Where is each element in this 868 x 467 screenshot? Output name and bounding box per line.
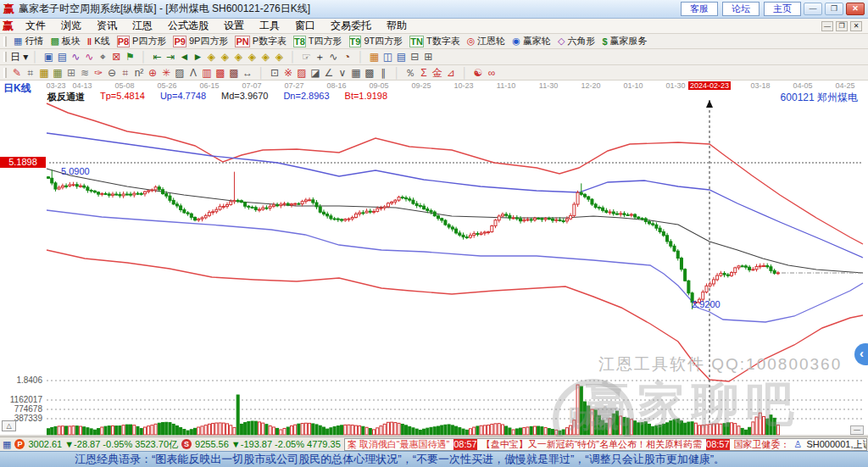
wave-tool-icon[interactable]: ≋	[78, 65, 92, 81]
winner-wheel-button[interactable]: ◉ 赢家轮	[512, 35, 551, 47]
menu-trade-order[interactable]: 交易委托	[323, 19, 379, 33]
menu-settings[interactable]: 设置	[216, 19, 252, 33]
check-line-icon[interactable]: ∨	[336, 65, 349, 81]
triangle-icon[interactable]: ⊿	[444, 65, 458, 81]
marker-pen-icon[interactable]: ✑	[92, 65, 105, 81]
ellipse-tool-icon[interactable]: ⊖	[105, 65, 119, 81]
grid-dark-icon[interactable]: ▩	[227, 65, 241, 81]
shanghai-index-icon[interactable]: P	[14, 439, 25, 449]
news-time-badge[interactable]: 08:57	[453, 439, 477, 450]
news-item[interactable]: 案 取消俄白“最惠国待遇”	[348, 439, 449, 450]
pen-tool-icon[interactable]: ✎	[10, 65, 24, 81]
infinity-icon[interactable]: ∞	[485, 65, 498, 81]
clear-marks-icon[interactable]: ⊠	[109, 49, 123, 64]
window-layout-icon[interactable]: ▣	[42, 49, 55, 64]
shade-tool-icon[interactable]: ▨	[173, 65, 186, 81]
period-selector[interactable]: 日 ▾	[10, 49, 28, 64]
hand-tool-icon[interactable]: ☞	[299, 49, 313, 64]
square-number-icon[interactable]: n²	[132, 65, 146, 81]
gann-square2-icon[interactable]: ▦	[51, 65, 64, 81]
last-bar-icon[interactable]: ⇥	[164, 49, 177, 64]
homepage-button[interactable]: 主页	[764, 2, 801, 16]
news-item[interactable]: 【盘中宝】又一新冠药“特仿”名单公布！相关原料药需	[481, 439, 702, 450]
forum-button[interactable]: 论坛	[722, 2, 760, 16]
t-square-button[interactable]: T8 T四方形	[293, 35, 342, 47]
yinyang-icon[interactable]: ☯	[471, 65, 485, 81]
mdi-close-button[interactable]: ✕	[850, 21, 862, 31]
index-name-label[interactable]: SH000001,上证指数	[806, 439, 867, 450]
wave-curve-icon[interactable]: ∿	[82, 49, 96, 64]
maximize-button[interactable]: ❐	[825, 3, 843, 15]
prev-bar-icon[interactable]: ◄	[177, 49, 191, 64]
mdi-restore-button[interactable]: ❐	[836, 21, 848, 31]
kline-button[interactable]: ‖ K线	[87, 35, 110, 47]
angle-icon[interactable]: ∠	[322, 65, 336, 81]
box-tool-icon[interactable]: ⊡	[268, 65, 281, 81]
sum-icon[interactable]: Σ	[417, 65, 431, 81]
locate-icon[interactable]: ⌖	[96, 49, 109, 64]
trend-curve-icon[interactable]: ∿	[69, 49, 82, 64]
notebook-icon[interactable]: ▤	[394, 49, 408, 64]
square-grid-icon[interactable]: ⊞	[64, 65, 78, 81]
volume-pane-minimize-button[interactable]: —	[850, 425, 864, 435]
gold-icon[interactable]: 金	[431, 65, 444, 81]
nine-p-square-button[interactable]: P9 9P四方形	[173, 35, 228, 47]
menu-news[interactable]: 资讯	[89, 19, 125, 33]
shenzhen-index-quote[interactable]: 9255.56 ▼-193.87 -2.05% 4779.35	[195, 439, 341, 449]
next-bar-icon[interactable]: ►	[191, 49, 204, 64]
p-number-table-button[interactable]: PN P数字表	[235, 35, 287, 47]
person-icon[interactable]: ♙	[794, 439, 803, 450]
t-number-table-button[interactable]: TN T数字表	[409, 35, 459, 47]
keyboard-icon[interactable]: ▦	[3, 439, 11, 450]
angle-tool-icon[interactable]: Ʌ	[186, 65, 200, 81]
gann-diamond-icon-1[interactable]: ◈	[204, 49, 218, 64]
fan-lines-icon[interactable]: ✳	[159, 65, 173, 81]
shanghai-index-quote[interactable]: 3002.61 ▼-28.87 -0.95% 3523.70亿	[28, 438, 178, 451]
minimize-button[interactable]: —	[804, 3, 822, 15]
target-circle-icon[interactable]: ⊕	[146, 65, 159, 81]
sectors-button[interactable]: ▩ 板块	[50, 35, 80, 47]
calendar-icon[interactable]: ▦	[367, 49, 381, 64]
shenzhen-index-icon[interactable]: S	[181, 439, 192, 449]
gann-diamond-icon-5[interactable]: ◈	[259, 49, 272, 64]
menu-gann[interactable]: 江恩	[125, 19, 160, 33]
printer-icon[interactable]: ⊟	[408, 49, 421, 64]
percent-icon[interactable]: ％	[403, 65, 417, 81]
cycle-tool-icon[interactable]: ◔	[340, 49, 353, 64]
freeline-tool-icon[interactable]: ∿	[326, 49, 340, 64]
width-tool-icon[interactable]: ↔	[241, 65, 254, 81]
menu-tools[interactable]: 工具	[252, 19, 287, 33]
grid-tool-icon[interactable]: ⌗	[24, 65, 37, 81]
hatch-icon[interactable]: ▨	[295, 65, 309, 81]
gann-wheel-button[interactable]: ◎ 江恩轮	[467, 35, 506, 47]
menu-file[interactable]: 文件	[18, 19, 53, 33]
menu-window[interactable]: 窗口	[287, 19, 323, 33]
grid-icon[interactable]: ▩	[363, 65, 376, 81]
hash-tool-icon[interactable]: ⌗	[119, 65, 132, 81]
news-time-badge[interactable]: 08:57	[706, 439, 730, 450]
table-icon[interactable]: ▦	[349, 65, 363, 81]
menu-help[interactable]: 帮助	[379, 19, 415, 33]
gann-diamond-icon-4[interactable]: ◈	[245, 49, 259, 64]
menu-browse[interactable]: 浏览	[53, 19, 89, 33]
quote-panel-icon[interactable]: ▤	[55, 49, 69, 64]
close-button[interactable]: ✕	[846, 3, 865, 15]
half-square-icon[interactable]: ◪	[309, 65, 322, 81]
dense-grid-icon[interactable]: ▩	[214, 65, 227, 81]
parallel-lines-icon[interactable]: ∥	[376, 65, 390, 81]
flag-icon[interactable]: ⚑	[123, 49, 136, 64]
calculator-icon[interactable]: ◫	[381, 49, 394, 64]
panel-toggle-button[interactable]: △	[2, 420, 16, 431]
support-button[interactable]: 客服	[681, 2, 718, 16]
tools-icon[interactable]: ⊞	[421, 49, 435, 64]
market-quotes-button[interactable]: ▦ 行情	[14, 35, 43, 47]
winner-service-button[interactable]: $ 赢家服务	[602, 35, 647, 47]
first-bar-icon[interactable]: ⇤	[150, 49, 164, 64]
gann-diamond-icon-6[interactable]: ◈	[272, 49, 286, 64]
hexagon-button[interactable]: ◇ 六角形	[558, 35, 595, 47]
crosshair-tool-icon[interactable]: ＋	[313, 49, 326, 64]
gann-diamond-icon-2[interactable]: ◈	[218, 49, 231, 64]
gann-square-icon[interactable]: ▦	[37, 65, 51, 81]
gann-diamond-icon-3[interactable]: ◈	[231, 49, 245, 64]
p-square-button[interactable]: P8 P四方形	[117, 35, 167, 47]
